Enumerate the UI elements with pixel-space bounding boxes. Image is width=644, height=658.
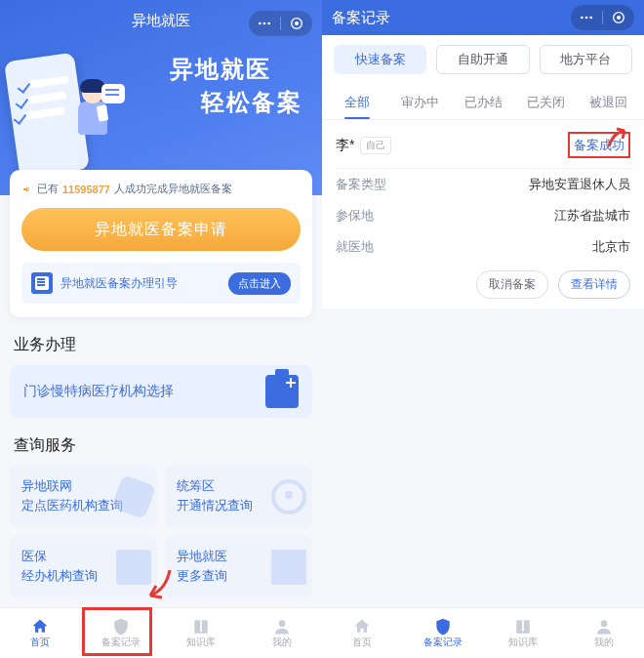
query-card-more[interactable]: 异地就医更多查询 [165,536,312,598]
user-icon [594,617,614,635]
query-card-region[interactable]: 统筹区开通情况查询 [165,466,312,528]
annotation-arrow [605,125,630,154]
tab-processing[interactable]: 审办中 [388,84,451,119]
success-count: 已有 11595877 人成功完成异地就医备案 [21,182,301,196]
grid-icon [271,550,306,585]
book-icon [191,617,211,635]
record-card: 李* 自己 备案成功 备案类型异地安置退休人员 参保地江苏省盐城市 就医地北京市… [322,120,644,308]
home-title: 异地就医 [132,12,190,30]
tab-closed[interactable]: 已关闭 [514,84,577,119]
svg-point-9 [617,16,621,20]
guide-label: 异地就医备案办理引导 [60,275,221,292]
tab-all[interactable]: 全部 [326,84,388,119]
status-tabs: 全部 审办中 已办结 已关闭 被退回 [322,84,644,120]
book-icon [513,617,533,635]
tab-records[interactable]: 备案记录 [81,608,162,658]
tab-mine[interactable]: 我的 [242,608,323,658]
svg-point-2 [267,22,270,25]
business-item-label: 门诊慢特病医疗机构选择 [23,383,174,400]
svg-point-4 [295,21,299,25]
home-screen: 异地就医 异地就医 轻松备案 [0,0,322,658]
filter-self[interactable]: 自助开通 [436,45,529,74]
close-miniapp-icon[interactable] [611,10,626,25]
hero-illustration [12,47,119,174]
miniapp-capsule[interactable] [249,11,312,36]
svg-point-1 [263,22,266,25]
svg-point-5 [581,17,584,20]
speaker-icon [21,184,33,195]
tab-home[interactable]: 首页 [322,608,403,658]
guide-doc-icon [31,272,53,294]
miniapp-capsule[interactable] [571,5,634,30]
svg-point-7 [589,17,592,20]
hospital-icon [265,375,299,408]
tab-knowledge[interactable]: 知识库 [161,608,242,658]
tab-home[interactable]: 首页 [0,608,81,658]
home-icon [352,617,372,635]
close-miniapp-icon[interactable] [289,16,304,31]
location-icon [271,479,306,514]
business-item[interactable]: 门诊慢特病医疗机构选择 [10,365,312,418]
tab-returned[interactable]: 被退回 [578,84,640,119]
records-screen: 备案记录 快速备案 自助开通 地方平台 全部 审办中 已办结 已关闭 被退回 李… [322,0,644,658]
hero-card: 已有 11595877 人成功完成异地就医备案 异地就医备案申请 异地就医备案办… [10,170,312,317]
query-card-agency[interactable]: 医保经办机构查询 [10,536,157,598]
more-icon[interactable] [257,16,272,31]
record-row-medloc: 就医地北京市 [336,231,630,263]
record-row-type: 备案类型异地安置退休人员 [336,169,630,200]
tab-mine[interactable]: 我的 [564,608,645,658]
filter-quick[interactable]: 快速备案 [334,45,426,74]
records-header: 备案记录 [322,0,644,35]
user-icon [272,617,292,635]
home-header: 异地就医 异地就医 轻松备案 [0,0,322,195]
hero-slogan: 异地就医 轻松备案 [170,54,302,118]
records-empty-area [322,308,644,607]
home-icon [30,617,50,635]
svg-point-0 [259,22,262,25]
svg-point-6 [585,17,588,20]
tab-knowledge[interactable]: 知识库 [483,608,564,658]
shield-icon [433,617,453,635]
guide-enter-button[interactable]: 点击进入 [228,272,291,295]
record-relation-badge: 自己 [360,137,391,154]
section-query-title: 查询服务 [14,435,308,456]
right-tabbar: 首页 备案记录 知识库 我的 [322,607,644,658]
filter-row: 快速备案 自助开通 地方平台 [322,35,644,84]
record-row-insured: 参保地江苏省盐城市 [336,200,630,231]
shield-icon [111,617,131,635]
section-business-title: 业务办理 [14,335,308,355]
tab-done[interactable]: 已办结 [452,84,514,119]
query-card-network[interactable]: 异地联网定点医药机构查询 [10,466,157,528]
tab-records[interactable]: 备案记录 [403,608,484,658]
filter-local[interactable]: 地方平台 [540,45,632,74]
records-title: 备案记录 [332,9,390,27]
guide-row[interactable]: 异地就医备案办理引导 点击进入 [21,263,301,304]
view-detail-button[interactable]: 查看详情 [558,270,630,299]
more-icon[interactable] [579,10,594,25]
apply-button[interactable]: 异地就医备案申请 [21,208,301,251]
record-person: 李* 自己 [336,137,391,154]
left-tabbar: 首页 备案记录 知识库 我的 [0,607,322,658]
annotation-arrow [137,564,176,607]
cancel-record-button[interactable]: 取消备案 [476,270,548,299]
